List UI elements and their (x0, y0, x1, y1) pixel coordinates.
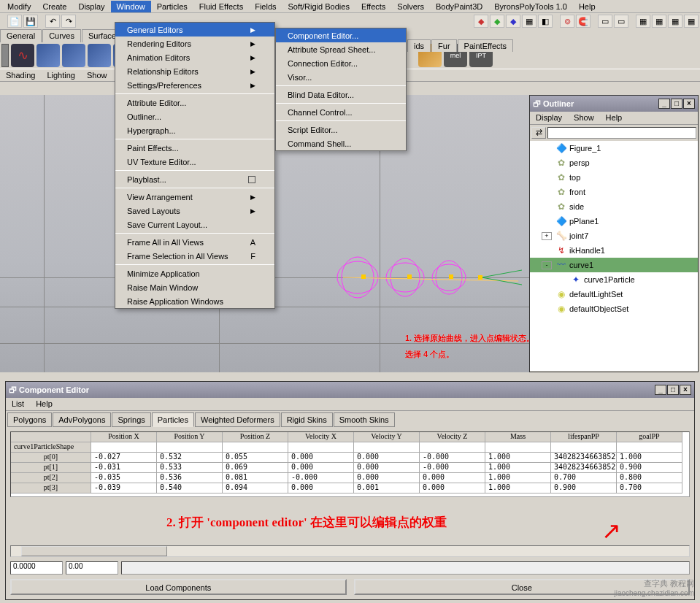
shelf-icon[interactable]: ∿ (11, 44, 34, 67)
menu-item[interactable]: View Arrangement▶ (115, 190, 274, 204)
close-button[interactable]: × (683, 99, 695, 109)
table-cell[interactable]: 0.000 (288, 463, 354, 473)
value-field-1[interactable]: 0.0000 (10, 561, 63, 575)
shelf-icon[interactable] (88, 44, 111, 67)
shelf-tab-fur[interactable]: Fur (431, 39, 457, 52)
menu-item[interactable]: Channel Control... (276, 105, 406, 119)
menu-item[interactable]: Attribute Editor... (115, 96, 274, 110)
toolbar-button[interactable]: ▭ (614, 15, 628, 28)
outliner-search-input[interactable] (547, 127, 696, 139)
menu-item[interactable]: Paint Effects... (115, 141, 274, 155)
outliner-item[interactable]: 🔷Figure_1 (530, 141, 698, 155)
menu-window[interactable]: Window (111, 1, 151, 12)
outliner-item[interactable]: ✿top (530, 170, 698, 185)
menu-solvers[interactable]: Solvers (391, 1, 430, 12)
column-header[interactable]: Velocity Z (420, 432, 485, 442)
table-cell[interactable]: 0.700 (617, 483, 682, 493)
outliner-menu-show[interactable]: Show (568, 112, 600, 124)
ce-tab-particles[interactable]: Particles (152, 412, 194, 427)
table-cell[interactable]: -0.000 (420, 453, 485, 463)
toolbar-button[interactable]: ▦ (668, 15, 682, 28)
shelf-tab-painteffects[interactable]: PaintEffects (458, 39, 514, 52)
menu-item[interactable]: Frame Selection in All ViewsF (115, 249, 274, 263)
menu-item[interactable]: Playblast... (115, 172, 274, 186)
menu-item[interactable]: General Editors▶ (115, 23, 274, 37)
panel-menu-lighting[interactable]: Lighting (41, 69, 81, 81)
menu-item[interactable]: Saved Layouts▶ (115, 204, 274, 218)
table-cell[interactable]: 1.000 (485, 483, 551, 493)
menu-byronspolytools-1-0[interactable]: ByronsPolyTools 1.0 (488, 1, 573, 12)
table-cell[interactable]: 0.536 (157, 473, 223, 483)
column-header[interactable]: Mass (485, 432, 551, 442)
menu-item[interactable]: Blind Data Editor... (276, 88, 406, 101)
maximize-button[interactable]: □ (667, 385, 679, 395)
table-cell[interactable]: 0.055 (223, 453, 288, 463)
table-cell[interactable]: -0.027 (91, 453, 157, 463)
table-cell[interactable]: 1.000 (485, 453, 551, 463)
table-cell[interactable]: 0.069 (223, 463, 288, 473)
menu-bodypaint3d[interactable]: BodyPaint3D (430, 1, 488, 12)
outliner-item[interactable]: ✿persp (530, 155, 698, 170)
outliner-item[interactable]: +🦴joint7 (530, 228, 698, 243)
component-editor-titlebar[interactable]: 🗗 Component Editor _ □ × (6, 382, 694, 398)
table-cell[interactable]: 0.001 (354, 483, 420, 493)
table-cell[interactable]: 0.000 (354, 463, 420, 473)
outliner-titlebar[interactable]: 🗗 Outliner _ □ × (530, 96, 698, 112)
toolbar-button[interactable]: ◧ (538, 15, 553, 28)
toolbar-button[interactable]: ◆ (490, 15, 504, 28)
column-header[interactable]: Position Y (157, 432, 223, 442)
table-cell[interactable]: 0.900 (617, 463, 682, 473)
menu-item[interactable]: Raise Application Windows (115, 294, 274, 308)
option-box-icon[interactable] (248, 176, 255, 183)
ce-tab-springs[interactable]: Springs (112, 412, 150, 427)
outliner-item[interactable]: ↯ikHandle1 (530, 243, 698, 258)
menu-item[interactable]: Save Current Layout... (115, 218, 274, 231)
column-header[interactable]: Velocity X (288, 432, 354, 442)
toolbar-button[interactable]: ↷ (61, 15, 76, 28)
table-cell[interactable]: 0.700 (551, 473, 617, 483)
menu-display[interactable]: Display (72, 1, 110, 12)
menu-item[interactable]: Command Shell... (276, 137, 406, 150)
value-slider[interactable] (121, 561, 690, 575)
expand-icon[interactable]: - (542, 261, 552, 269)
toolbar-button[interactable]: 📄 (7, 15, 22, 28)
outliner-item[interactable]: ◉defaultLightSet (530, 287, 698, 302)
menu-particles[interactable]: Particles (151, 1, 193, 12)
table-cell[interactable]: 0.532 (157, 453, 223, 463)
table-cell[interactable]: -0.000 (288, 473, 354, 483)
outliner-item[interactable]: -〰curve1 (530, 258, 698, 272)
menu-modify[interactable]: Modify (1, 1, 36, 12)
menu-item[interactable]: Animation Editors▶ (115, 50, 274, 64)
menu-item[interactable]: Hypergraph... (115, 123, 274, 137)
table-cell[interactable]: 1.000 (485, 473, 551, 483)
outliner-menu-help[interactable]: Help (600, 112, 628, 124)
row-header[interactable]: pt[1] (11, 463, 91, 473)
menu-item[interactable]: Script Editor... (276, 123, 406, 137)
table-cell[interactable]: 0.800 (617, 473, 682, 483)
table-cell[interactable]: -0.000 (420, 463, 485, 473)
table-cell[interactable]: 0.900 (551, 483, 617, 493)
ce-tab-smooth-skins[interactable]: Smooth Skins (334, 412, 395, 427)
table-cell[interactable]: 0.533 (157, 463, 223, 473)
shelf-icon[interactable] (36, 44, 60, 67)
table-cell[interactable]: 0.081 (223, 473, 288, 483)
row-header[interactable]: pt[2] (11, 473, 91, 483)
toolbar-button[interactable]: 💾 (23, 15, 38, 28)
outliner-item[interactable]: 🔷pPlane1 (530, 214, 698, 228)
table-cell[interactable]: 0.540 (157, 483, 223, 493)
menu-item[interactable]: Minimize Application (115, 266, 274, 280)
load-components-button[interactable]: Load Components (10, 579, 347, 595)
table-cell[interactable]: 1.000 (617, 453, 682, 463)
menu-item[interactable]: Connection Editor... (276, 56, 406, 70)
table-cell[interactable]: 0.000 (288, 483, 354, 493)
shelf-tab-ids[interactable]: ids (407, 39, 431, 52)
toolbar-button[interactable]: ◆ (474, 15, 488, 28)
minimize-button[interactable]: _ (655, 385, 666, 395)
menu-item[interactable]: UV Texture Editor... (115, 155, 274, 169)
table-cell[interactable]: 0.094 (223, 483, 288, 493)
menu-item[interactable]: Outliner... (115, 110, 274, 123)
shelf-tab-curves[interactable]: Curves (42, 29, 81, 42)
toolbar-button[interactable]: ⊚ (560, 15, 574, 28)
outliner-item[interactable]: ✦curve1Particle (530, 272, 698, 287)
toolbar-button[interactable]: ▦ (684, 15, 699, 28)
